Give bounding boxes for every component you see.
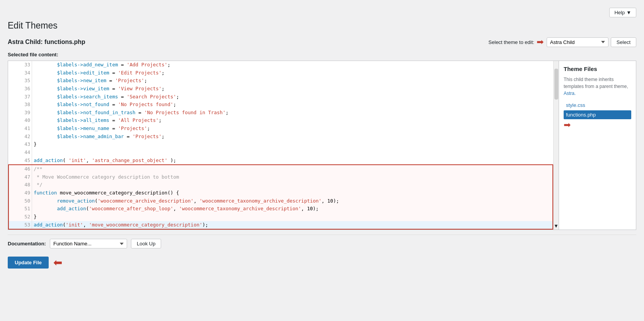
line-code: $labels->view_item = 'View Projects'; xyxy=(32,85,553,93)
table-row: 47 * Move WooCommerce category descripti… xyxy=(8,173,553,181)
header-row: Astra Child: functions.php Select theme … xyxy=(8,37,636,47)
parent-theme-link[interactable]: Astra. xyxy=(564,91,576,96)
line-number: 40 xyxy=(8,117,32,125)
table-row: 40 $labels->all_items = 'All Projects'; xyxy=(8,117,553,125)
table-row: 34 $labels->edit_item = 'Edit Projects'; xyxy=(8,69,553,77)
red-arrow-update-icon: ⬅ xyxy=(53,256,62,269)
table-row: 48 */ xyxy=(8,181,553,189)
sidebar-file-item[interactable]: functions.php xyxy=(564,110,631,119)
code-table: 33 $labels->add_new_item = 'Add Projects… xyxy=(8,61,553,230)
line-code: } xyxy=(32,140,553,149)
line-number: 42 xyxy=(8,133,32,141)
file-subtitle: Astra Child: functions.php xyxy=(8,39,85,46)
line-number: 38 xyxy=(8,101,32,109)
line-code: $labels->not_found_in_trash = 'No Projec… xyxy=(32,109,553,117)
help-button[interactable]: Help ▼ xyxy=(609,8,636,17)
table-row: 45add_action( 'init', 'astra_change_post… xyxy=(8,157,553,165)
theme-dropdown[interactable]: Astra Child Astra xyxy=(547,37,608,47)
table-row: 42 $labels->name_admin_bar = 'Projects'; xyxy=(8,133,553,141)
red-arrow-sidebar-icon: ➡ xyxy=(564,120,571,130)
line-number: 49 xyxy=(8,189,32,197)
line-code: } xyxy=(32,213,553,221)
theme-selector-area: Select theme to edit: ➡ Astra Child Astr… xyxy=(488,37,636,47)
line-number: 44 xyxy=(8,149,32,157)
lookup-button[interactable]: Look Up xyxy=(131,239,161,248)
line-code: $labels->not_found = 'No Projects found'… xyxy=(32,101,553,109)
table-row: 51 add_action('woocommerce_after_shop_lo… xyxy=(8,205,553,213)
table-row: 44 xyxy=(8,149,553,157)
line-code: $labels->new_item = 'Projects'; xyxy=(32,77,553,85)
line-number: 53 xyxy=(8,221,32,230)
sidebar-title: Theme Files xyxy=(564,66,631,72)
line-number: 39 xyxy=(8,109,32,117)
scrollbar[interactable]: ▼ xyxy=(553,61,559,230)
scroll-down-arrow[interactable]: ▼ xyxy=(554,223,559,230)
select-theme-button[interactable]: Select xyxy=(611,37,636,47)
table-row: 35 $labels->new_item = 'Projects'; xyxy=(8,77,553,85)
code-editor-area: 33 $labels->add_new_item = 'Add Projects… xyxy=(8,61,553,230)
documentation-bar: Documentation: Function Name... Look Up xyxy=(8,235,636,252)
line-code: add_action('woocommerce_after_shop_loop'… xyxy=(32,205,553,213)
line-code: */ xyxy=(32,181,553,189)
line-code: * Move WooCommerce category description … xyxy=(32,173,553,181)
table-row: 33 $labels->add_new_item = 'Add Projects… xyxy=(8,61,553,69)
table-row: 37 $labels->search_items = 'Search Proje… xyxy=(8,93,553,101)
line-code: add_action( 'init', 'astra_change_post_o… xyxy=(32,157,553,165)
line-code: $labels->all_items = 'All Projects'; xyxy=(32,117,553,125)
table-row: 53add_action('init', 'move_woocommerce_c… xyxy=(8,221,553,230)
table-row: 50 remove_action('woocommerce_archive_de… xyxy=(8,197,553,205)
help-chevron-icon: ▼ xyxy=(626,10,631,15)
code-scroll[interactable]: 33 $labels->add_new_item = 'Add Projects… xyxy=(8,61,553,230)
table-row: 43} xyxy=(8,140,553,149)
line-number: 52 xyxy=(8,213,32,221)
line-number: 35 xyxy=(8,77,32,85)
line-number: 48 xyxy=(8,181,32,189)
table-row: 38 $labels->not_found = 'No Projects fou… xyxy=(8,101,553,109)
table-row: 46/** xyxy=(8,165,553,173)
line-code: $labels->edit_item = 'Edit Projects'; xyxy=(32,69,553,77)
line-code xyxy=(32,149,553,157)
update-row: Update File ⬅ xyxy=(8,256,636,269)
line-code: $labels->menu_name = 'Projects'; xyxy=(32,125,553,133)
line-number: 33 xyxy=(8,61,32,69)
page-title: Edit Themes xyxy=(8,20,636,31)
line-code: $labels->search_items = 'Search Projects… xyxy=(32,93,553,101)
help-label: Help xyxy=(614,10,625,15)
theme-files-sidebar: Theme Files This child theme inherits te… xyxy=(559,61,636,230)
line-code: $labels->add_new_item = 'Add Projects'; xyxy=(32,61,553,69)
line-number: 47 xyxy=(8,173,32,181)
table-row: 36 $labels->view_item = 'View Projects'; xyxy=(8,85,553,93)
line-number: 51 xyxy=(8,205,32,213)
line-number: 34 xyxy=(8,69,32,77)
line-code: $labels->name_admin_bar = 'Projects'; xyxy=(32,133,553,141)
function-name-dropdown[interactable]: Function Name... xyxy=(50,239,127,248)
line-code: /** xyxy=(32,165,553,173)
theme-file-list: style.cssfunctions.php xyxy=(564,101,631,119)
update-section: Update File ⬅ xyxy=(8,252,636,269)
line-code: remove_action('woocommerce_archive_descr… xyxy=(32,197,553,205)
scrollbar-thumb xyxy=(554,69,558,100)
sidebar-arrow-area: ➡ xyxy=(564,120,631,130)
doc-label: Documentation: xyxy=(8,241,46,247)
line-number: 43 xyxy=(8,140,32,149)
selected-file-label: Selected file content: xyxy=(8,52,636,57)
table-row: 41 $labels->menu_name = 'Projects'; xyxy=(8,125,553,133)
table-row: 49function move_woocommerce_category_des… xyxy=(8,189,553,197)
update-file-button[interactable]: Update File xyxy=(8,257,49,269)
table-row: 52} xyxy=(8,213,553,221)
line-number: 45 xyxy=(8,157,32,165)
line-number: 46 xyxy=(8,165,32,173)
sidebar-file-item[interactable]: style.css xyxy=(564,101,631,110)
line-code: add_action('init', 'move_woocommerce_cat… xyxy=(32,221,553,230)
line-number: 37 xyxy=(8,93,32,101)
main-content-area: 33 $labels->add_new_item = 'Add Projects… xyxy=(8,61,636,230)
table-row: 39 $labels->not_found_in_trash = 'No Pro… xyxy=(8,109,553,117)
red-arrow-right-icon: ➡ xyxy=(537,37,544,47)
line-number: 50 xyxy=(8,197,32,205)
sidebar-description: This child theme inherits templates from… xyxy=(564,76,631,97)
select-theme-label: Select theme to edit: xyxy=(488,39,534,45)
line-number: 41 xyxy=(8,125,32,133)
line-number: 36 xyxy=(8,85,32,93)
line-code: function move_woocommerce_category_descr… xyxy=(32,189,553,197)
